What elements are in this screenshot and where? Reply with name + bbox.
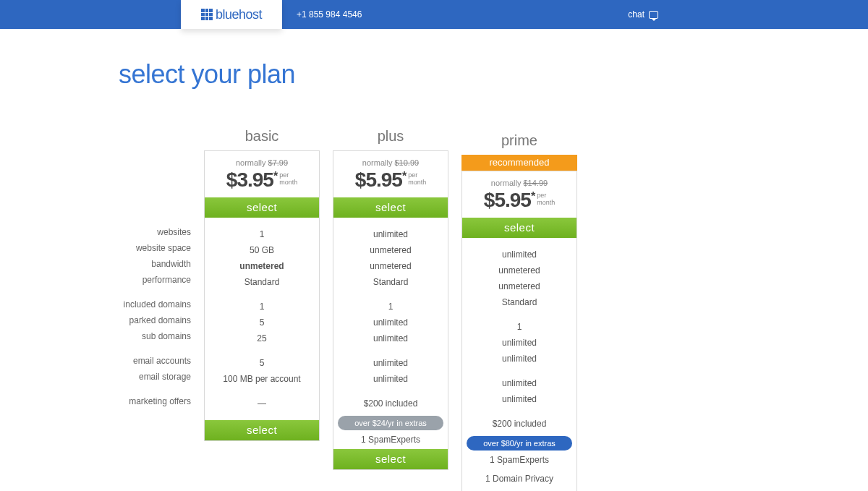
feat-performance: Standard bbox=[333, 274, 448, 290]
feat-bandwidth: unmetered bbox=[205, 258, 319, 274]
recommended-badge: recommended bbox=[461, 155, 577, 171]
select-button-bottom[interactable]: select bbox=[333, 449, 448, 469]
plan-basic: basic normally $7.99 $3.95* permonth sel… bbox=[204, 126, 320, 491]
extras-badge: over $24/yr in extras bbox=[338, 416, 443, 430]
label-website-space: website space bbox=[119, 240, 198, 256]
price-area: normally $14.99 $5.95* permonth bbox=[462, 171, 576, 218]
feat-performance: Standard bbox=[205, 274, 319, 290]
plan-name: basic bbox=[204, 126, 320, 146]
logo-icon bbox=[201, 9, 213, 20]
feat-websites: unlimited bbox=[333, 226, 448, 242]
feat-email-accounts: unlimited bbox=[462, 375, 576, 391]
label-email-storage: email storage bbox=[119, 369, 198, 385]
pricing-table: websites website space bandwidth perform… bbox=[119, 126, 760, 491]
feat-email-storage: unlimited bbox=[333, 371, 448, 387]
feat-marketing-offers: $200 included bbox=[462, 416, 576, 432]
feat-email-accounts: unlimited bbox=[333, 355, 448, 371]
feat-bandwidth: unmetered bbox=[333, 258, 448, 274]
feat-websites: unlimited bbox=[462, 247, 576, 262]
chat-link[interactable]: chat bbox=[628, 9, 658, 20]
price: $5.95 bbox=[355, 168, 402, 192]
plan-name: prime bbox=[461, 130, 577, 150]
normal-price: $10.99 bbox=[394, 158, 419, 167]
feat-parked-domains: unlimited bbox=[333, 315, 448, 330]
feat-sub-domains: 25 bbox=[205, 330, 319, 346]
extra-item: 1 Domain Privacy bbox=[462, 469, 576, 488]
feature-labels: websites website space bandwidth perform… bbox=[119, 126, 198, 409]
feat-included-domains: 1 bbox=[205, 299, 319, 315]
topbar: bluehost +1 855 984 4546 chat bbox=[0, 0, 868, 29]
feat-website-space: unmetered bbox=[333, 242, 448, 258]
select-button-bottom[interactable]: select bbox=[205, 420, 319, 440]
feat-website-space: 50 GB bbox=[205, 242, 319, 258]
extra-item: 1 SpamExperts bbox=[333, 430, 448, 449]
feat-bandwidth: unmetered bbox=[462, 278, 576, 294]
price-area: normally $7.99 $3.95* permonth bbox=[205, 151, 319, 197]
label-parked-domains: parked domains bbox=[119, 312, 198, 328]
extra-item: 1 SpamExperts bbox=[462, 451, 576, 469]
feat-marketing-offers: — bbox=[205, 396, 319, 411]
select-button[interactable]: select bbox=[205, 197, 319, 218]
feat-sub-domains: unlimited bbox=[462, 351, 576, 367]
label-email-accounts: email accounts bbox=[119, 353, 198, 369]
label-sub-domains: sub domains bbox=[119, 328, 198, 344]
feat-performance: Standard bbox=[462, 294, 576, 310]
price: $3.95 bbox=[226, 168, 273, 192]
feat-parked-domains: 5 bbox=[205, 315, 319, 330]
feat-email-storage: 100 MB per account bbox=[205, 371, 319, 387]
brand-logo[interactable]: bluehost bbox=[181, 0, 282, 29]
select-button[interactable]: select bbox=[333, 197, 448, 218]
feat-website-space: unmetered bbox=[462, 262, 576, 278]
plan-plus: plus normally $10.99 $5.95* permonth sel… bbox=[333, 126, 448, 491]
label-performance: performance bbox=[119, 272, 198, 288]
plan-name: plus bbox=[333, 126, 448, 146]
feat-email-storage: unlimited bbox=[462, 391, 576, 407]
extra-item: SiteBackup Pro bbox=[462, 488, 576, 491]
feat-sub-domains: unlimited bbox=[333, 330, 448, 346]
select-button[interactable]: select bbox=[462, 218, 576, 238]
label-included-domains: included domains bbox=[119, 296, 198, 312]
chat-icon bbox=[649, 11, 658, 19]
normal-price: $7.99 bbox=[268, 158, 289, 167]
phone-number[interactable]: +1 855 984 4546 bbox=[297, 9, 362, 20]
normal-price: $14.99 bbox=[523, 179, 548, 187]
chat-label: chat bbox=[628, 9, 644, 20]
label-websites: websites bbox=[119, 224, 198, 240]
feat-included-domains: 1 bbox=[333, 299, 448, 315]
feat-websites: 1 bbox=[205, 226, 319, 242]
label-marketing-offers: marketing offers bbox=[119, 393, 198, 409]
feat-parked-domains: unlimited bbox=[462, 335, 576, 351]
feat-email-accounts: 5 bbox=[205, 355, 319, 371]
brand-name: bluehost bbox=[216, 7, 262, 22]
label-bandwidth: bandwidth bbox=[119, 256, 198, 272]
feat-marketing-offers: $200 included bbox=[333, 396, 448, 411]
price: $5.95 bbox=[484, 189, 531, 212]
price-area: normally $10.99 $5.95* permonth bbox=[333, 151, 448, 197]
plan-prime: prime recommended normally $14.99 $5.95*… bbox=[461, 126, 577, 491]
page-title: select your plan bbox=[119, 59, 760, 90]
extras-badge: over $80/yr in extras bbox=[467, 436, 572, 451]
feat-included-domains: 1 bbox=[462, 319, 576, 335]
